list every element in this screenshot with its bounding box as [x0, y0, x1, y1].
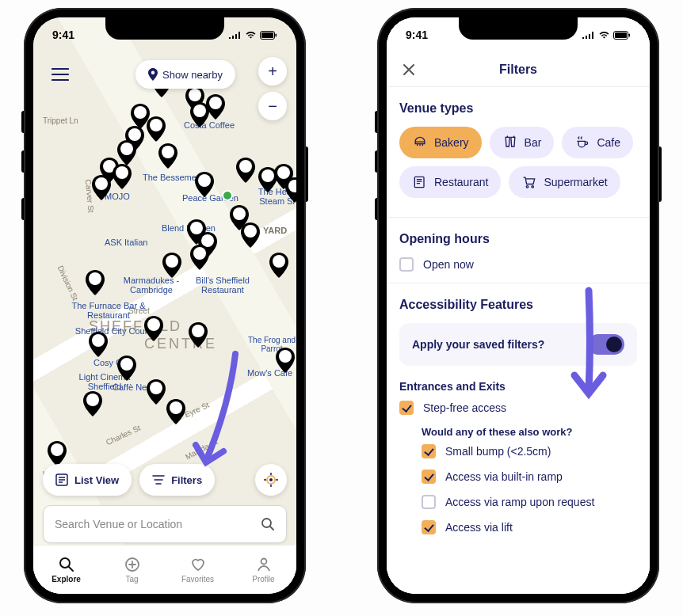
heart-icon — [190, 557, 206, 572]
step-free-checkbox[interactable] — [399, 401, 414, 415]
accessibility-heading: Accessibility Features — [399, 298, 637, 312]
via-lift-row[interactable]: Access via lift — [399, 520, 637, 534]
close-button[interactable] — [399, 60, 418, 79]
show-nearby-button[interactable]: Show nearby — [135, 60, 235, 89]
entrances-heading: Entrances and Exits — [399, 380, 637, 393]
zoom-out-button[interactable]: − — [258, 92, 287, 120]
step-free-label: Step-free access — [423, 401, 506, 414]
locate-button[interactable] — [255, 464, 287, 496]
ramp-request-label: Access via ramp upon request — [445, 496, 594, 508]
status-icons — [229, 31, 277, 40]
status-icons — [582, 31, 631, 40]
close-icon — [403, 63, 415, 76]
apply-saved-label: Apply your saved filters? — [412, 338, 544, 351]
svg-point-15 — [527, 186, 529, 188]
poi-yard: YARD — [263, 226, 287, 235]
tab-tag[interactable]: Tag — [99, 546, 165, 594]
step-free-row[interactable]: Step-free access — [399, 401, 637, 415]
chip-supermarket[interactable]: Supermarket — [509, 166, 620, 198]
svg-point-7 — [262, 519, 271, 527]
via-lift-checkbox[interactable] — [422, 520, 436, 534]
svg-point-16 — [532, 186, 534, 188]
svg-point-10 — [261, 558, 266, 564]
filters-label: Filters — [171, 474, 202, 486]
notch — [105, 17, 224, 40]
svg-rect-12 — [615, 32, 627, 38]
zoom-in-button[interactable]: + — [258, 57, 287, 86]
pin-icon — [148, 68, 158, 81]
filters-icon — [152, 475, 165, 485]
status-time: 9:41 — [52, 29, 74, 41]
small-bump-checkbox[interactable] — [422, 444, 436, 458]
bakery-icon — [412, 135, 428, 150]
ramp-request-row[interactable]: Access via ramp upon request — [399, 495, 637, 509]
tab-profile[interactable]: Profile — [231, 546, 296, 594]
poi-bessemer: The Bessemer — [143, 173, 200, 182]
poi-bills: Bill's Sheffield Restaurant — [189, 276, 257, 295]
venue-types-heading: Venue types — [399, 101, 637, 116]
filters-button[interactable]: Filters — [139, 464, 215, 496]
supermarket-icon — [521, 174, 537, 190]
via-lift-label: Access via lift — [445, 521, 513, 534]
poi-ask: ASK Italian — [105, 238, 147, 247]
apply-saved-card: Apply your saved filters? — [399, 323, 637, 366]
phone-left: 9:41 SHEFFIELD CENTRE Trippet Ln Carver … — [24, 8, 306, 603]
locate-icon — [264, 473, 278, 487]
svg-point-8 — [60, 558, 70, 568]
chip-bakery[interactable]: Bakery — [399, 127, 482, 158]
list-icon — [55, 473, 68, 486]
svg-rect-13 — [629, 33, 631, 36]
chip-restaurant[interactable]: Restaurant — [399, 166, 501, 198]
sub-question: Would any of these also work? — [399, 426, 637, 438]
small-bump-label: Small bump (<2.5cm) — [445, 445, 551, 458]
list-view-button[interactable]: List View — [43, 464, 132, 496]
svg-rect-14 — [414, 177, 424, 187]
profile-icon — [256, 557, 272, 572]
phone-right: 9:41 Filters Venue types Bakery — [377, 8, 659, 603]
apply-saved-toggle[interactable] — [588, 334, 624, 355]
search-icon — [59, 557, 74, 572]
svg-rect-3 — [276, 33, 277, 36]
small-bump-row[interactable]: Small bump (<2.5cm) — [399, 444, 637, 458]
poi-furnace: The Furnace Bar & Restaurant — [65, 301, 152, 320]
filters-header: Filters — [387, 52, 650, 87]
notch — [459, 17, 578, 40]
open-now-checkbox[interactable] — [399, 257, 414, 272]
status-time: 9:41 — [406, 29, 428, 41]
filters-title: Filters — [387, 63, 650, 77]
list-view-label: List View — [74, 474, 119, 486]
menu-button[interactable] — [43, 57, 78, 92]
search-input[interactable] — [55, 518, 261, 530]
tab-favorites[interactable]: Favorites — [165, 546, 231, 594]
builtin-ramp-label: Access via built-in ramp — [445, 470, 563, 483]
bar-icon — [502, 135, 518, 150]
tab-explore[interactable]: Explore — [33, 546, 99, 594]
open-now-row[interactable]: Open now — [399, 257, 637, 272]
restaurant-icon — [412, 174, 428, 190]
builtin-ramp-row[interactable]: Access via built-in ramp — [399, 470, 637, 484]
opening-hours-heading: Opening hours — [399, 232, 637, 246]
tab-bar: Explore Tag Favorites Profile — [33, 545, 296, 594]
search-bar[interactable] — [43, 505, 287, 543]
svg-point-6 — [269, 478, 273, 481]
chip-bar[interactable]: Bar — [490, 127, 555, 158]
park-marker — [222, 190, 233, 201]
plus-circle-icon — [124, 557, 140, 572]
ramp-request-checkbox[interactable] — [422, 495, 436, 509]
search-icon — [261, 517, 275, 531]
builtin-ramp-checkbox[interactable] — [422, 470, 436, 484]
show-nearby-label: Show nearby — [162, 69, 223, 81]
cafe-icon — [574, 135, 590, 150]
chip-cafe[interactable]: Cafe — [562, 127, 633, 158]
open-now-label: Open now — [423, 258, 474, 271]
svg-rect-2 — [261, 32, 273, 38]
